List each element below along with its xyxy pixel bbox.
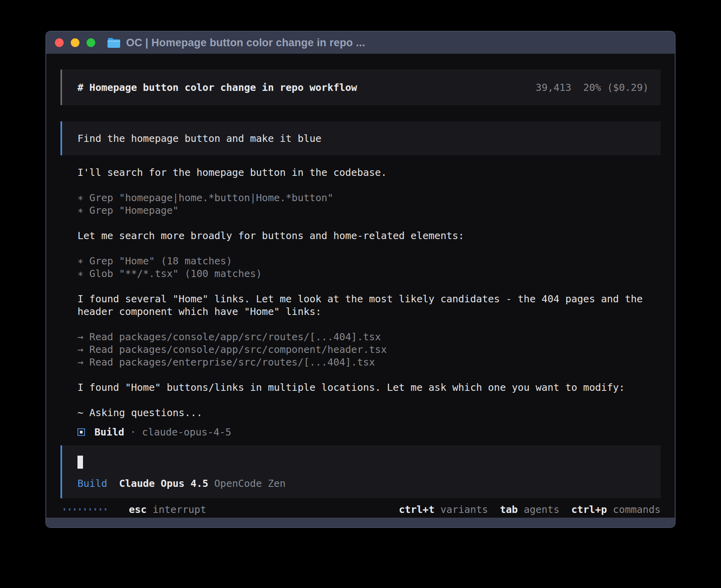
assistant-transcript: I'll search for the homepage button in t… [60,166,661,419]
input-provider-label: OpenCode Zen [214,478,286,490]
minimize-button[interactable] [71,38,79,47]
chat-line: I found "Home" buttons/links in multiple… [77,381,661,394]
label-interrupt: interrupt [153,504,206,515]
chat-line: ∗ Grep "Home" (18 matches) [77,255,661,268]
input-agent-label[interactable]: Build [77,478,107,490]
label-variants: variants [440,504,488,515]
chat-line: header component which have "Home" links… [77,305,661,318]
chat-line [77,280,661,293]
window-title: OC | Homepage button color change in rep… [126,37,365,49]
close-button[interactable] [55,38,64,47]
user-message-text: Find the homepage button and make it blu… [77,133,321,144]
chat-line [77,369,661,381]
terminal-content: # Homepage button color change in repo w… [46,54,675,518]
chat-line: ∗ Glob "**/*.tsx" (100 matches) [77,268,661,280]
keyhint-commands: ctrl+p commands [571,504,661,515]
keyhint-agents: tab agents [500,504,560,515]
chat-line: ∗ Grep "homepage|home.*button|Home.*butt… [77,192,661,204]
agent-name: Build [94,426,124,438]
zoom-button[interactable] [87,38,95,47]
key-ctrl-t: ctrl+t [399,504,434,515]
agent-badge-icon [77,428,85,436]
chat-line: ~ Asking questions... [77,407,661,419]
keyhint-variants: ctrl+t variants [399,504,488,515]
chat-line: → Read packages/console/app/src/componen… [77,343,661,356]
input-meta: Build Claude Opus 4.5 OpenCode Zen [77,478,661,490]
keyhint-interrupt: esc interrupt [129,504,206,515]
context-cost: 20% ($0.29) [583,82,649,93]
session-header: # Homepage button color change in repo w… [60,70,661,105]
prompt-input[interactable]: Build Claude Opus 4.5 OpenCode Zen [60,445,661,498]
chat-line [77,179,661,192]
session-stats: 39,413 20% ($0.29) [536,82,649,93]
text-cursor[interactable] [77,456,83,469]
key-tab: tab [500,504,518,515]
label-commands: commands [613,504,661,515]
key-esc: esc [129,504,147,515]
chat-line [77,394,661,407]
chat-line [77,217,661,230]
window-bottom-strip [46,518,675,527]
key-ctrl-p: ctrl+p [571,504,607,515]
chat-line: I found several "Home" links. Let me loo… [77,293,661,305]
chat-line [77,242,661,255]
chat-line: → Read packages/console/app/src/routes/[… [77,331,661,343]
token-count: 39,413 [536,82,571,93]
user-message: Find the homepage button and make it blu… [60,121,661,155]
session-title: # Homepage button color change in repo w… [77,82,357,93]
blue-folder-icon [107,37,121,49]
agent-status-line: Build · claude-opus-4-5 [60,426,661,438]
model-name: claude-opus-4-5 [142,426,231,438]
status-bar: esc interrupt ctrl+t variants tab agents… [60,503,661,516]
chat-line [77,318,661,331]
chat-line: Let me search more broadly for buttons a… [77,230,661,242]
chat-line: → Read packages/enterprise/src/routes/[.… [77,356,661,369]
chat-line: ∗ Grep "Homepage" [77,204,661,217]
working-spinner-dots [64,508,110,511]
chat-line: I'll search for the homepage button in t… [77,166,661,179]
label-agents: agents [524,504,559,515]
separator-dot: · [130,426,136,438]
terminal-window: OC | Homepage button color change in rep… [45,31,676,528]
title-bar[interactable]: OC | Homepage button color change in rep… [46,32,675,54]
input-model-label[interactable]: Claude Opus 4.5 [119,478,208,490]
